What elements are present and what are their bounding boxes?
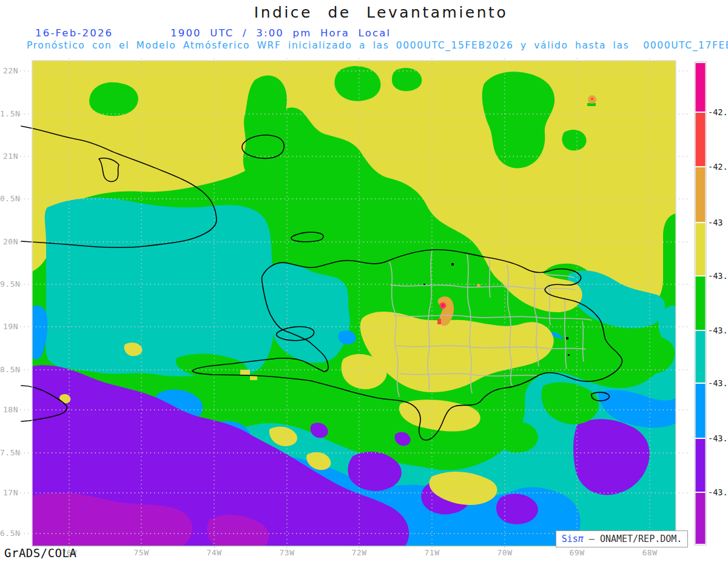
lat-tick-label: 1.5N — [0, 109, 18, 118]
lat-tick-label: 9.5N — [0, 279, 18, 289]
lat-tick-label: 20N — [0, 237, 18, 246]
lon-tick-label: 71W — [419, 548, 445, 557]
page-title: Indice de Levantamiento — [34, 4, 728, 21]
contour-region — [89, 82, 138, 116]
hotspot-red-core — [591, 98, 593, 100]
colorbar-tick-label: -42.9 — [708, 162, 728, 172]
colorbar-segment-red — [696, 113, 706, 166]
colorbar-tick-label: -43.4 — [708, 433, 728, 443]
lake-speck — [566, 337, 568, 340]
colorbar-segment-yellow — [696, 223, 706, 275]
forecast-date: 16-Feb-2026 — [35, 27, 113, 39]
lat-tick-label: 21N — [0, 152, 18, 161]
lat-tick-label: 22N — [0, 66, 18, 75]
wrf-lifted-index-map-page: Indice de Levantamiento 16-Feb-2026 1900… — [0, 0, 728, 562]
colorbar-segment-teal — [696, 331, 706, 383]
lon-tick-label: 72W — [346, 548, 372, 557]
contour-region — [240, 370, 250, 375]
colorbar-segment-violet — [696, 439, 706, 492]
colorbar-tick-label: -43 — [708, 218, 723, 227]
colorbar-segment-purple — [696, 493, 706, 544]
colorbar-segment-blue — [696, 384, 706, 438]
contour-region — [250, 376, 257, 380]
contour-region-teal-west — [45, 198, 274, 376]
colorbar-segment-magenta — [696, 63, 706, 112]
contour-field — [32, 61, 676, 546]
hotspot-magenta-core — [442, 304, 444, 307]
lake-speck — [568, 354, 570, 356]
lon-tick-label: 69W — [564, 548, 590, 557]
sispi-label: Sis — [562, 534, 578, 544]
colorbar-tick-label: -43.3 — [708, 378, 728, 388]
sispi-dash: – — [584, 534, 600, 544]
lat-tick-label: 18N — [0, 405, 18, 414]
onamet-label: ONAMET/REP.DOM. — [600, 534, 682, 544]
lake-speck — [451, 263, 454, 266]
lon-tick-label: 73W — [274, 548, 300, 557]
lat-tick-label: 6.5N — [0, 529, 18, 538]
colorbar-tick-label: -43.2 — [708, 326, 728, 335]
forecast-map-canvas — [0, 0, 728, 562]
colorbar-tick-label: -43.1 — [708, 271, 728, 281]
lon-tick-label: 68W — [636, 548, 663, 557]
lon-tick-label: 70W — [491, 548, 518, 557]
colorbar-segment-green — [696, 276, 706, 330]
lat-tick-label: 0.5N — [0, 194, 18, 203]
lon-tick-label: 74W — [201, 548, 228, 557]
grads-cola-watermark: GrADS/COLA — [4, 546, 76, 560]
lat-tick-label: 8.5N — [0, 365, 18, 374]
lat-tick-label: 7.5N — [0, 448, 18, 457]
colorbar-segment-orange — [696, 167, 706, 222]
forecast-time: 1900 UTC / 3:00 pm Hora Local — [170, 27, 391, 39]
lon-tick-label: 75W — [128, 548, 155, 557]
colorbar-tick-label: -43.5 — [708, 487, 728, 497]
hotspot-red-bar — [437, 319, 441, 324]
colorbar — [695, 62, 706, 545]
sispi-onamet-badge: Sisπ – ONAMET/REP.DOM. — [556, 530, 688, 547]
model-subtitle: Pronóstico con el Modelo Atmósferico WRF… — [27, 40, 728, 51]
pi-symbol: π — [578, 534, 584, 544]
lat-tick-label: 17N — [0, 488, 18, 497]
lat-tick-label: 19N — [0, 322, 18, 331]
colorbar-tick-label: -42.8 — [708, 107, 728, 117]
